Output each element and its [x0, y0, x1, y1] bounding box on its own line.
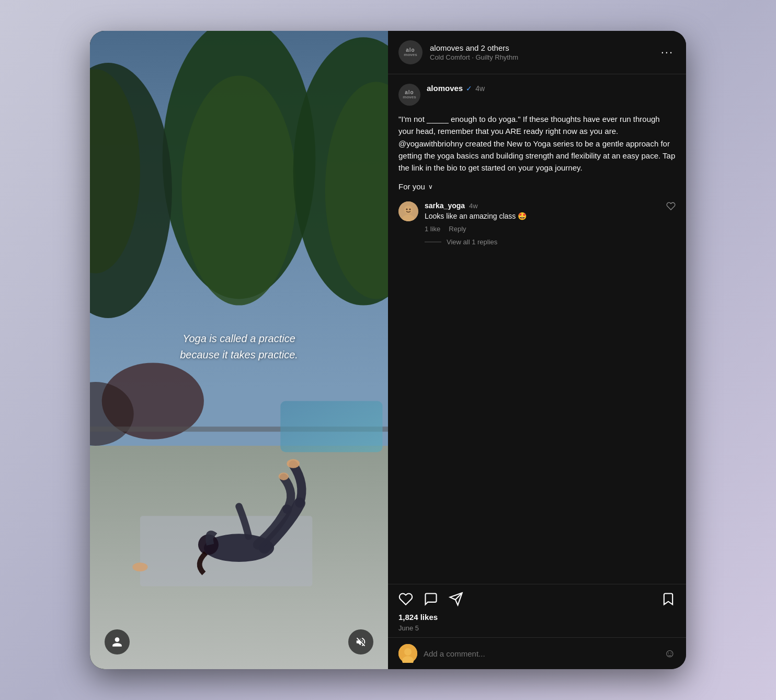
post-header: alo moves alomoves and 2 others Cold Com… [388, 31, 686, 74]
alo-logo: alo moves [404, 47, 417, 58]
header-username-suffix: and 2 others [465, 43, 509, 52]
svg-point-19 [404, 206, 413, 214]
author-row: alo moves alomoves ✓ 4w [398, 84, 676, 106]
current-user-avatar [398, 644, 417, 663]
likes-count: 1,824 likes [398, 613, 438, 622]
for-you-btn[interactable]: For you ∨ [398, 182, 676, 191]
share-btn[interactable] [449, 592, 463, 606]
comment-likes-count: 1 like [425, 225, 440, 233]
replies-divider-line [425, 242, 441, 242]
header-subtitle: Cold Comfort · Guilty Rhythm [430, 53, 659, 61]
mute-btn[interactable] [348, 629, 373, 654]
verified-badge: ✓ [466, 84, 472, 93]
action-row [398, 592, 676, 606]
post-time-ago: 4w [475, 84, 485, 93]
action-buttons-left [398, 592, 463, 606]
like-btn[interactable] [398, 592, 413, 606]
comment-author-row: sarka_yoga 4w [425, 201, 666, 210]
info-panel: alo moves alomoves and 2 others Cold Com… [388, 31, 686, 669]
for-you-label: For you [398, 182, 425, 191]
header-username[interactable]: alomoves and 2 others [430, 43, 659, 52]
chevron-down-icon: ∨ [428, 183, 433, 190]
comment-reply-btn[interactable]: Reply [449, 225, 466, 233]
comment-like-btn[interactable] [666, 201, 676, 213]
video-overlay-text: Yoga is called a practice because it tak… [180, 333, 298, 360]
media-panel: Yoga is called a practice because it tak… [90, 31, 388, 669]
comment-actions: 1 like Reply [425, 225, 666, 233]
view-replies-text: View all 1 replies [447, 238, 497, 246]
comment-text: Looks like an amazing class 🤩 [425, 211, 666, 222]
video-controls [90, 629, 388, 654]
comment-time: 4w [469, 202, 478, 210]
comment-btn[interactable] [424, 592, 438, 606]
user-icon-btn[interactable] [105, 629, 130, 654]
device-frame: Yoga is called a practice because it tak… [90, 31, 686, 669]
svg-point-21 [406, 209, 408, 210]
svg-rect-11 [280, 401, 382, 453]
commenter-avatar-img [398, 201, 418, 221]
view-replies-btn[interactable]: View all 1 replies [425, 238, 676, 246]
comment-content: sarka_yoga 4w Looks like an amazing clas… [425, 201, 666, 233]
author-avatar[interactable]: alo moves [398, 84, 420, 106]
emoji-btn[interactable]: ☺ [664, 647, 676, 660]
header-text: alomoves and 2 others Cold Comfort · Gui… [430, 43, 659, 61]
svg-point-26 [404, 648, 412, 656]
video-text-overlay: Yoga is called a practice because it tak… [180, 331, 298, 363]
likes-row: 1,824 likes [398, 613, 676, 622]
author-alo-logo: alo moves [403, 89, 416, 100]
svg-point-22 [409, 209, 411, 210]
svg-point-17 [132, 562, 147, 571]
svg-point-3 [181, 75, 296, 305]
author-info: alomoves ✓ 4w [427, 84, 676, 94]
author-name[interactable]: alomoves [427, 84, 463, 93]
header-username-text: alomoves [430, 43, 463, 52]
author-name-row: alomoves ✓ 4w [427, 84, 676, 93]
header-avatar[interactable]: alo moves [398, 40, 423, 64]
post-body: alo moves alomoves ✓ 4w "I'm not _____ e… [388, 74, 686, 584]
bookmark-btn[interactable] [661, 592, 676, 606]
svg-point-15 [287, 459, 300, 468]
add-comment-row: ☺ [388, 637, 686, 669]
comment-row: sarka_yoga 4w Looks like an amazing clas… [398, 201, 676, 233]
more-options-btn[interactable]: ··· [659, 49, 676, 55]
post-caption: "I'm not _____ enough to do yoga." If th… [398, 113, 676, 174]
post-date: June 5 [398, 624, 676, 632]
post-footer: 1,824 likes June 5 [388, 584, 686, 637]
post-container: Yoga is called a practice because it tak… [90, 31, 686, 669]
comment-author-name[interactable]: sarka_yoga [425, 201, 465, 210]
comment-input[interactable] [424, 649, 658, 658]
svg-point-16 [279, 472, 289, 480]
commenter-avatar [398, 644, 417, 663]
comment-avatar[interactable] [398, 201, 418, 221]
